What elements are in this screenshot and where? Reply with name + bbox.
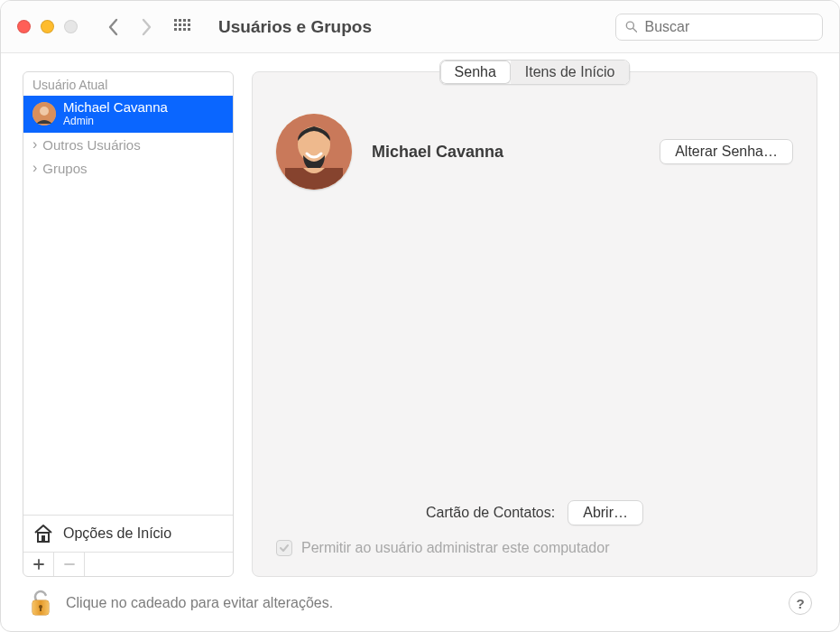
users-groups-window: Usuários e Grupos Usuário Atual bbox=[0, 0, 840, 632]
show-all-prefs-button[interactable] bbox=[170, 14, 195, 40]
user-full-name: Michael Cavanna bbox=[372, 143, 640, 162]
forward-button[interactable] bbox=[134, 14, 159, 40]
tab-bar: Senha Itens de Início bbox=[439, 60, 631, 85]
svg-line-13 bbox=[633, 28, 637, 32]
sidebar-current-user-row[interactable]: Michael Cavanna Admin bbox=[23, 96, 233, 133]
admin-checkbox-label: Permitir ao usuário administrar este com… bbox=[301, 540, 609, 556]
sidebar-item-label: Outros Usuários bbox=[42, 137, 140, 153]
window-controls bbox=[17, 20, 78, 33]
open-contacts-button[interactable]: Abrir… bbox=[568, 500, 643, 525]
search-input[interactable] bbox=[644, 19, 813, 35]
profile-row: Michael Cavanna Alterar Senha… bbox=[276, 114, 793, 190]
search-field[interactable] bbox=[615, 14, 823, 41]
search-icon bbox=[625, 20, 637, 33]
login-options-button[interactable]: Opções de Início bbox=[23, 515, 233, 552]
minimize-window-button[interactable] bbox=[41, 20, 54, 33]
zoom-window-button bbox=[64, 20, 78, 33]
svg-rect-5 bbox=[179, 23, 181, 26]
main-panel: Senha Itens de Início bbox=[252, 71, 817, 577]
avatar-icon bbox=[32, 102, 56, 125]
unlocked-padlock-icon[interactable] bbox=[28, 590, 53, 617]
tab-login-items[interactable]: Itens de Início bbox=[511, 60, 630, 84]
sidebar-groups[interactable]: › Grupos bbox=[23, 156, 233, 180]
svg-rect-11 bbox=[188, 28, 190, 31]
titlebar: Usuários e Grupos bbox=[1, 1, 839, 53]
svg-point-15 bbox=[40, 107, 49, 116]
chevron-right-icon: › bbox=[32, 136, 37, 153]
lock-hint-text: Clique no cadeado para evitar alterações… bbox=[66, 595, 776, 611]
user-list-sidebar: Usuário Atual Michael Cavanna Admin bbox=[23, 71, 234, 577]
add-remove-bar bbox=[23, 552, 233, 576]
back-button[interactable] bbox=[101, 14, 126, 40]
svg-rect-4 bbox=[174, 23, 177, 26]
close-window-button[interactable] bbox=[17, 20, 31, 33]
svg-rect-3 bbox=[188, 19, 190, 22]
help-button[interactable]: ? bbox=[789, 591, 812, 615]
contacts-card-row: Cartão de Contatos: Abrir… bbox=[276, 491, 793, 525]
svg-rect-1 bbox=[179, 19, 181, 22]
svg-rect-2 bbox=[183, 19, 186, 22]
current-user-role: Admin bbox=[63, 115, 168, 127]
svg-rect-6 bbox=[183, 23, 186, 26]
add-user-button[interactable] bbox=[23, 553, 54, 576]
home-icon bbox=[32, 523, 54, 544]
login-options-label: Opções de Início bbox=[63, 525, 171, 542]
admin-checkbox bbox=[276, 540, 292, 556]
plus-icon bbox=[33, 559, 44, 570]
svg-rect-17 bbox=[42, 535, 45, 542]
contacts-card-label: Cartão de Contatos: bbox=[426, 505, 555, 521]
window-title: Usuários e Grupos bbox=[218, 17, 372, 37]
current-user-heading: Usuário Atual bbox=[23, 72, 233, 96]
minus-icon bbox=[64, 559, 75, 570]
sidebar-other-users[interactable]: › Outros Usuários bbox=[23, 133, 233, 156]
svg-rect-0 bbox=[174, 19, 177, 22]
user-avatar[interactable] bbox=[276, 114, 352, 190]
change-password-button[interactable]: Alterar Senha… bbox=[660, 139, 793, 164]
tab-password[interactable]: Senha bbox=[440, 60, 511, 84]
admin-checkbox-row: Permitir ao usuário administrar este com… bbox=[276, 540, 793, 556]
checkmark-icon bbox=[279, 543, 290, 553]
svg-rect-7 bbox=[188, 23, 190, 26]
remove-user-button[interactable] bbox=[54, 553, 85, 576]
current-user-name: Michael Cavanna bbox=[63, 99, 168, 115]
svg-rect-8 bbox=[174, 28, 177, 31]
sidebar-item-label: Grupos bbox=[42, 161, 87, 176]
svg-rect-10 bbox=[183, 28, 186, 31]
content-area: Usuário Atual Michael Cavanna Admin bbox=[1, 53, 839, 631]
grid-icon bbox=[174, 19, 190, 35]
footer: Clique no cadeado para evitar alterações… bbox=[23, 577, 817, 617]
chevron-right-icon: › bbox=[32, 160, 37, 176]
svg-rect-9 bbox=[179, 28, 181, 31]
avatar-icon bbox=[276, 114, 352, 190]
svg-rect-25 bbox=[40, 607, 42, 611]
